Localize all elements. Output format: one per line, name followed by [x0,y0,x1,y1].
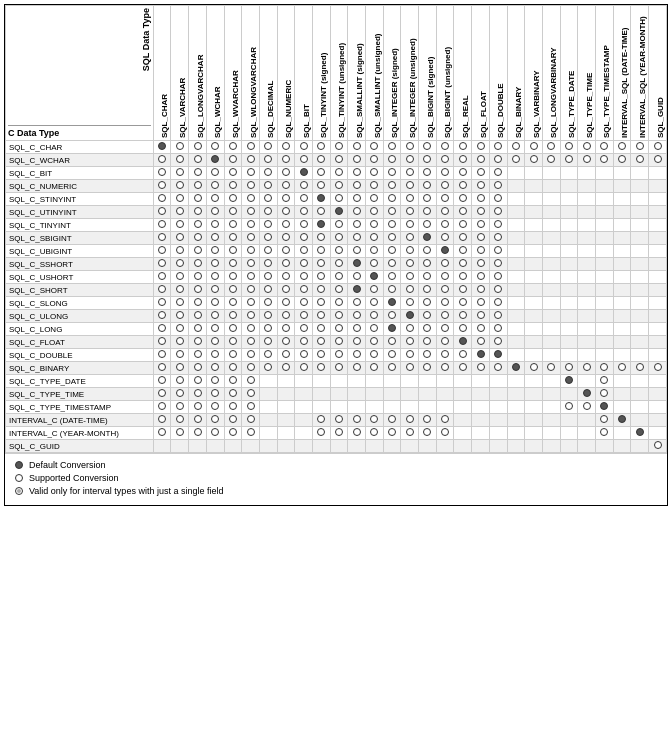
supported-dot [477,142,485,150]
supported-dot [353,220,361,228]
cell [401,258,419,271]
cell [578,167,596,180]
cell [419,388,437,401]
cell [259,323,277,336]
cell [419,141,437,154]
cell [383,427,401,440]
supported-dot [423,298,431,306]
cell [383,375,401,388]
col-SQL_WVARCHAR: SQL_WVARCHAR [224,6,242,141]
cell [595,427,613,440]
cell [259,401,277,414]
supported-dot [194,402,202,410]
cell [613,141,631,154]
table-row: INTERVAL_C (DATE-TIME) [6,414,667,427]
cell [542,258,560,271]
supported-dot [477,220,485,228]
cell [171,245,189,258]
cell [631,258,649,271]
supported-dot [370,324,378,332]
cell [259,427,277,440]
cell [189,232,207,245]
supported-dot [406,142,414,150]
default-dot [317,194,325,202]
cell [189,414,207,427]
supported-dot [459,220,467,228]
row-label: SQL_C_CHAR [6,141,154,154]
supported-dot [459,142,467,150]
cell [454,427,472,440]
row-label: SQL_C_UBIGINT [6,245,154,258]
cell [242,284,260,297]
supported-dot [229,324,237,332]
supported-dot [477,181,485,189]
supported-dot [317,207,325,215]
cell [525,336,543,349]
supported-dot [247,259,255,267]
supported-dot [494,363,502,371]
cell [560,362,578,375]
cell [419,310,437,323]
supported-dot [247,155,255,163]
supported-dot [530,363,538,371]
supported-dot [229,402,237,410]
cell [383,167,401,180]
cell [419,284,437,297]
cell [206,141,224,154]
cell [277,219,295,232]
cell [560,180,578,193]
cell [348,401,366,414]
supported-dot [229,155,237,163]
supported-dot [654,441,662,449]
legend-supported: Supported Conversion [15,473,657,483]
supported-dot [423,220,431,228]
cell [189,245,207,258]
supported-dot [158,402,166,410]
cell [472,427,490,440]
cell [401,219,419,232]
cell [312,401,330,414]
supported-dot [335,337,343,345]
supported-dot [565,155,573,163]
cell [259,284,277,297]
cell [595,375,613,388]
supported-dot [477,168,485,176]
cell [171,193,189,206]
cell [224,349,242,362]
cell [419,323,437,336]
cell [454,271,472,284]
supported-dot [370,337,378,345]
supported-dot [211,298,219,306]
supported-dot [282,311,290,319]
cell [595,414,613,427]
supported-dot [176,285,184,293]
cell [171,232,189,245]
cell [631,167,649,180]
cell [649,349,667,362]
col-SQL_GUID: SQL_GUID [649,6,667,141]
supported-dot [176,363,184,371]
cell [507,336,525,349]
supported-dot [158,246,166,254]
cell [206,297,224,310]
cell [419,167,437,180]
supported-dot [264,142,272,150]
cell [366,349,384,362]
supported-dot [176,428,184,436]
cell [436,336,454,349]
cell [436,206,454,219]
cell [542,219,560,232]
cell [419,440,437,453]
supported-dot [600,155,608,163]
supported-dot [300,298,308,306]
cell [436,297,454,310]
supported-dot [176,142,184,150]
cell [560,336,578,349]
supported-dot [600,376,608,384]
supported-dot [459,363,467,371]
cell [489,388,507,401]
cell [401,284,419,297]
table-row: SQL_C_UBIGINT [6,245,667,258]
supported-dot [441,168,449,176]
cell [153,297,171,310]
